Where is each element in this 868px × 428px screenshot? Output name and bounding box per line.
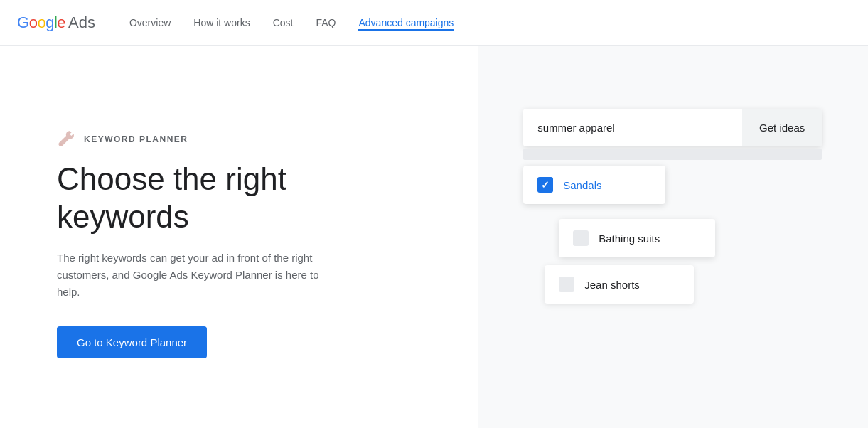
logo-ads-text: Ads <box>68 14 95 32</box>
nav-overview[interactable]: Overview <box>129 14 171 31</box>
get-ideas-button[interactable]: Get ideas <box>742 109 822 146</box>
nav-advanced-campaigns[interactable]: Advanced campaigns <box>358 14 454 31</box>
main-container: KEYWORD PLANNER Choose the right keyword… <box>0 46 868 428</box>
nav-cost[interactable]: Cost <box>273 14 294 31</box>
keyword-planner-tag: KEYWORD PLANNER <box>84 134 188 144</box>
bathing-suits-card: Bathing suits <box>559 219 715 257</box>
jean-shorts-checkbox[interactable] <box>559 277 574 292</box>
sandals-card: ✓ Sandals <box>523 166 665 204</box>
search-input[interactable] <box>523 109 742 146</box>
keyword-planner-label: KEYWORD PLANNER <box>57 129 435 149</box>
svg-point-0 <box>60 143 62 145</box>
main-description: The right keywords can get your ad in fr… <box>57 250 327 301</box>
sandals-checkbox[interactable]: ✓ <box>537 177 553 193</box>
jean-shorts-label: Jean shorts <box>584 279 640 291</box>
main-heading: Choose the right keywords <box>57 161 435 236</box>
nav-faq[interactable]: FAQ <box>316 14 336 31</box>
search-bar: Get ideas <box>523 109 822 146</box>
bathing-suits-checkbox[interactable] <box>573 230 589 246</box>
nav-how-it-works[interactable]: How it works <box>193 14 250 31</box>
go-to-keyword-planner-button[interactable]: Go to Keyword Planner <box>57 326 207 358</box>
jean-shorts-card: Jean shorts <box>545 265 694 304</box>
bathing-suits-label: Bathing suits <box>599 232 660 245</box>
sandals-label: Sandals <box>563 179 601 191</box>
right-content: Get ideas ✓ Sandals Bathing suits Jean s… <box>478 46 868 428</box>
wrench-icon <box>57 129 77 149</box>
keyword-widget: Get ideas ✓ Sandals Bathing suits Jean s… <box>523 109 822 365</box>
navigation: Google Ads Overview How it works Cost FA… <box>0 0 868 46</box>
left-content: KEYWORD PLANNER Choose the right keyword… <box>0 46 478 428</box>
logo: Google Ads <box>17 14 95 32</box>
gray-bar-decoration <box>523 149 822 160</box>
